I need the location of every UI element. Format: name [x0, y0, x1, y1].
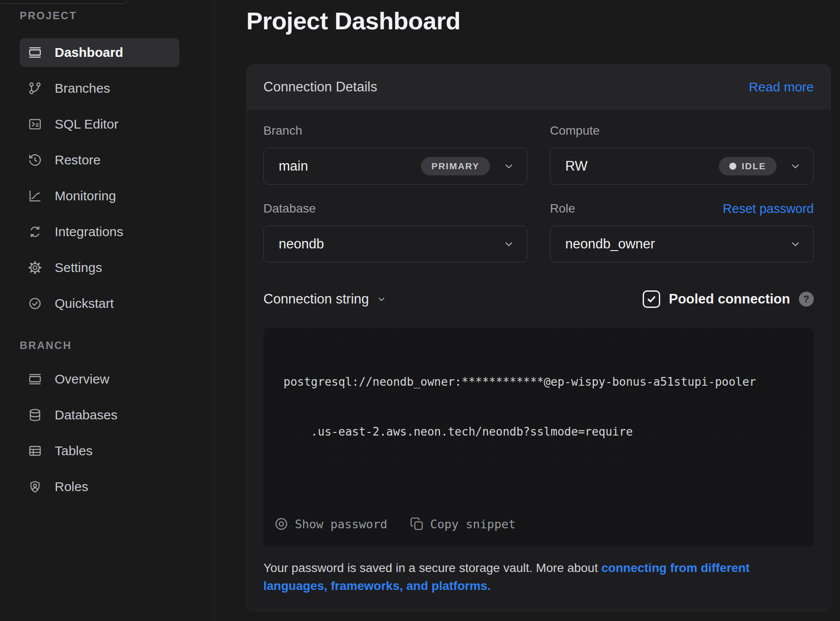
integrations-icon [28, 224, 42, 239]
password-vault-note: Your password is saved in a secure stora… [263, 559, 814, 595]
main-content: Project Dashboard Connection Details Rea… [214, 0, 840, 621]
code-actions: Show password Copy snippet [274, 514, 814, 534]
sidebar-item-label: Databases [55, 408, 117, 422]
sidebar-item-databases[interactable]: Databases [20, 401, 179, 429]
connection-string-dropdown[interactable]: Connection string [263, 291, 386, 307]
branch-select[interactable]: main PRIMARY [263, 148, 527, 185]
database-value: neondb [279, 236, 324, 252]
branch-nav: Overview Databases Tables Roles [0, 365, 214, 501]
panel-body: Branch main PRIMARY [247, 109, 830, 611]
eye-icon [274, 516, 289, 531]
sidebar-item-label: Roles [55, 479, 88, 494]
copy-icon [410, 517, 424, 531]
sidebar-item-label: Overview [55, 372, 109, 387]
sidebar-item-settings[interactable]: Settings [20, 253, 179, 282]
compute-label: Compute [550, 124, 600, 138]
sidebar-item-branches[interactable]: Branches [20, 74, 179, 103]
dashboard-icon [28, 45, 42, 60]
connection-details-panel: Connection Details Read more Branch main… [246, 64, 831, 611]
history-icon [28, 153, 42, 167]
primary-badge: PRIMARY [421, 157, 490, 175]
connection-string-label: Connection string [263, 291, 369, 307]
sidebar-item-sql-editor[interactable]: SQL Editor [20, 110, 179, 139]
branch-field: Branch main PRIMARY [263, 124, 527, 185]
overview-icon [28, 372, 42, 387]
compute-select[interactable]: RW IDLE [550, 148, 814, 185]
panel-header: Connection Details Read more [247, 65, 830, 109]
sidebar-item-label: Quickstart [55, 296, 114, 311]
sidebar-section-project: PROJECT [0, 10, 214, 22]
sidebar-item-restore[interactable]: Restore [20, 146, 179, 174]
sidebar-section-branch: BRANCH [0, 339, 214, 352]
pooled-connection-checkbox[interactable] [643, 290, 660, 308]
compute-field: Compute RW IDLE [550, 124, 814, 185]
read-more-link[interactable]: Read more [749, 80, 814, 94]
pooled-connection-group: Pooled connection ? [643, 290, 814, 308]
sidebar-item-overview[interactable]: Overview [20, 365, 179, 394]
connection-string-value: postgresql://neondb_owner:************@e… [284, 340, 796, 473]
git-branch-icon [28, 81, 42, 96]
chevron-down-icon [790, 160, 801, 172]
database-icon [28, 408, 42, 422]
chevron-down-icon [503, 160, 514, 172]
chart-icon [28, 188, 42, 203]
circle-check-icon [28, 296, 42, 311]
project-nav: Dashboard Branches SQL Editor Restore Mo [0, 38, 214, 318]
sidebar-item-label: Restore [55, 153, 101, 167]
sidebar-item-tables[interactable]: Tables [20, 436, 179, 465]
chevron-down-icon [503, 238, 514, 250]
sidebar-item-label: SQL Editor [55, 117, 119, 132]
database-select[interactable]: neondb [263, 226, 527, 262]
gear-icon [28, 260, 42, 275]
sidebar-item-label: Tables [55, 443, 93, 458]
chevron-down-icon [377, 294, 386, 304]
branch-label: Branch [263, 124, 302, 138]
panel-title: Connection Details [263, 79, 377, 95]
shield-user-icon [28, 479, 42, 494]
compute-value: RW [565, 158, 588, 174]
chevron-down-icon [790, 238, 801, 250]
sidebar-item-label: Monitoring [55, 188, 116, 203]
sidebar-item-monitoring[interactable]: Monitoring [20, 181, 179, 210]
terminal-icon [28, 117, 42, 132]
project-selector-partial [1, 0, 129, 4]
role-select[interactable]: neondb_owner [550, 226, 814, 262]
table-icon [28, 443, 42, 458]
help-icon[interactable]: ? [799, 292, 814, 307]
database-field: Database neondb [263, 202, 527, 262]
pooled-connection-label: Pooled connection [669, 291, 790, 307]
idle-status-badge: IDLE [719, 157, 777, 175]
connection-form: Branch main PRIMARY [263, 124, 814, 262]
sidebar-item-label: Settings [55, 260, 102, 275]
connection-string-row: Connection string Pooled connection ? [263, 290, 814, 309]
role-value: neondb_owner [565, 236, 655, 252]
sidebar-item-dashboard[interactable]: Dashboard [20, 38, 179, 67]
role-field: Role Reset password neondb_owner [550, 202, 814, 262]
sidebar-item-integrations[interactable]: Integrations [20, 217, 179, 246]
sidebar-item-label: Integrations [55, 224, 123, 239]
page-title: Project Dashboard [246, 6, 831, 36]
sidebar-item-roles[interactable]: Roles [20, 472, 179, 501]
sidebar: PROJECT Dashboard Branches SQL Editor Re… [0, 0, 214, 621]
status-dot [729, 163, 736, 170]
show-password-button[interactable]: Show password [274, 516, 387, 531]
copy-snippet-button[interactable]: Copy snippet [410, 517, 515, 531]
connection-string-code-block: postgresql://neondb_owner:************@e… [263, 328, 814, 547]
sidebar-item-label: Dashboard [55, 45, 123, 60]
branch-value: main [279, 158, 308, 174]
role-label: Role [550, 202, 575, 216]
reset-password-link[interactable]: Reset password [723, 202, 814, 216]
database-label: Database [263, 202, 316, 216]
sidebar-item-label: Branches [55, 81, 110, 96]
password-vault-note-text: Your password is saved in a secure stora… [263, 561, 602, 575]
sidebar-item-quickstart[interactable]: Quickstart [20, 289, 179, 318]
